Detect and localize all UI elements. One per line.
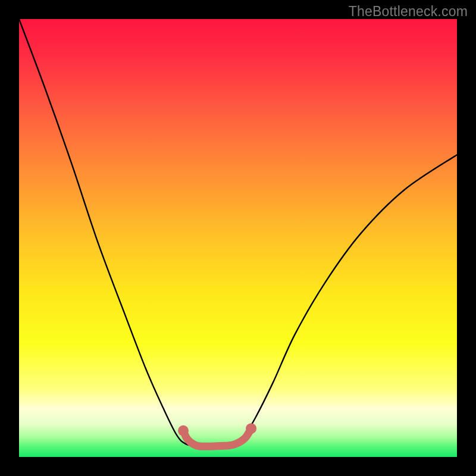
chart-svg xyxy=(19,19,457,457)
chart-frame: TheBottleneck.com xyxy=(0,0,476,476)
watermark-text: TheBottleneck.com xyxy=(349,4,468,20)
plot-area xyxy=(19,19,457,457)
optimum-band-start-dot xyxy=(178,425,189,436)
gradient-background xyxy=(19,19,457,457)
optimum-band-end-dot xyxy=(246,423,256,434)
